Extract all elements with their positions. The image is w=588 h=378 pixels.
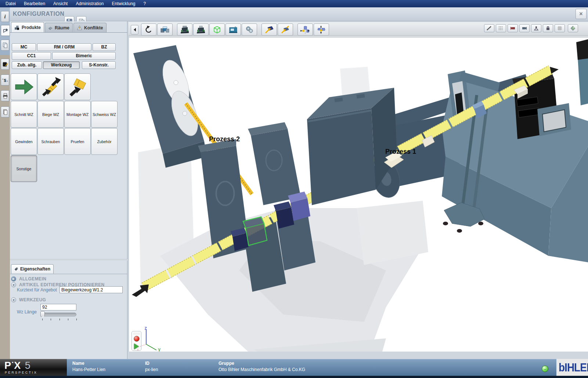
press-unit-a-button[interactable] xyxy=(177,23,192,36)
notebook-edit-button[interactable] xyxy=(1,59,9,70)
title-bar: KONFIGURATION xyxy=(0,7,588,21)
tag-icon xyxy=(14,266,18,272)
viewport-toolbar xyxy=(129,22,588,36)
tab-divider xyxy=(10,32,127,33)
menu-bearbeiten[interactable]: Bearbeiten xyxy=(21,0,48,7)
gear-assembly-icon xyxy=(245,25,254,34)
strip-feed-button[interactable] xyxy=(37,73,64,100)
camera-front-button[interactable] xyxy=(531,24,541,32)
camera-right-button[interactable] xyxy=(519,24,530,32)
tool-sonstige-button[interactable]: Sonstige xyxy=(11,155,37,182)
menu-administration[interactable]: Administration xyxy=(72,0,107,7)
pages-button[interactable] xyxy=(1,106,9,117)
tab-eigenschaften[interactable]: Eigenschaften xyxy=(11,264,54,274)
menu-help[interactable]: ? xyxy=(140,0,149,7)
configuration-diagram-button[interactable] xyxy=(1,25,10,36)
name-label: Name xyxy=(72,361,84,366)
menu-datei[interactable]: Datei xyxy=(2,0,19,7)
tool-montage-wz-button[interactable]: Montage WZ xyxy=(64,101,91,128)
panel-splitter[interactable] xyxy=(10,259,127,261)
tool-schrauben-button[interactable]: Schrauben xyxy=(37,128,64,155)
section-allgemein[interactable]: ▶ ALLGEMEIN xyxy=(11,276,46,281)
category-werkzeug-button[interactable]: Werkzeug xyxy=(43,61,80,69)
tool-pruefen-button[interactable]: Pruefen xyxy=(64,128,91,155)
product-panel: Produkte Räume Konflikte MC RM / GRM BZ … xyxy=(10,21,127,359)
pricing-button[interactable]: $ xyxy=(1,74,9,86)
category-cc1-button[interactable]: CC1 xyxy=(12,52,51,60)
tool-gewinden-button[interactable]: Gewinden xyxy=(11,128,37,155)
category-rm-grm-button[interactable]: RM / GRM xyxy=(37,43,91,51)
move-tool-light-button[interactable] xyxy=(278,23,293,36)
strip-feed-icon xyxy=(40,76,61,98)
tool-zubehoer-button[interactable]: Zubehör xyxy=(91,128,118,155)
print-button[interactable] xyxy=(1,90,9,101)
copy-document-button[interactable] xyxy=(1,40,9,51)
tool-label: Gewinden xyxy=(15,139,32,144)
dot-grid-button[interactable] xyxy=(496,24,506,32)
gruppe-value: Otto Bihler Maschinenfabrik GmbH & Co.KG xyxy=(219,367,305,372)
category-mc-button[interactable]: MC xyxy=(12,43,36,51)
transport-arrow-icon xyxy=(13,76,35,98)
category-bz-button[interactable]: BZ xyxy=(93,43,116,51)
measure-ruler-button[interactable] xyxy=(484,24,494,32)
category-s-konstr-button[interactable]: S-Konstr. xyxy=(82,61,116,69)
category-bimeric-button[interactable]: Bimeric xyxy=(52,52,116,60)
camera-top-button[interactable] xyxy=(543,24,553,32)
category-zub-allg-button[interactable]: Zub. allg. xyxy=(12,61,42,69)
section-werkzeug[interactable]: ▼ WERKZEUG xyxy=(11,297,46,302)
dot-grid-icon xyxy=(498,26,504,31)
camera-left-icon xyxy=(510,26,516,31)
wz-laenge-input[interactable] xyxy=(40,304,76,310)
camera-left-button[interactable] xyxy=(508,24,518,32)
close-button[interactable]: × xyxy=(576,9,587,19)
info-button[interactable]: i xyxy=(1,11,9,22)
diagram-arrows-icon xyxy=(2,27,9,34)
svg-text:$: $ xyxy=(4,78,6,83)
menu-ansicht[interactable]: Ansicht xyxy=(50,0,71,7)
back-arrow-icon xyxy=(133,28,137,32)
wireframe-box-button[interactable] xyxy=(209,23,225,36)
menu-bar: Datei Bearbeiten Ansicht Administration … xyxy=(0,0,588,7)
tool-biege-wz-button[interactable]: Biege WZ xyxy=(37,101,64,128)
collapse-icon: ▼ xyxy=(11,297,16,302)
strip-insert-button[interactable] xyxy=(64,73,91,100)
machine-blue-button[interactable] xyxy=(226,23,241,36)
name-value: Hans-Petter Lien xyxy=(72,367,105,372)
measure-ruler-icon xyxy=(486,26,492,31)
wz-laenge-slider-track[interactable] xyxy=(41,313,76,316)
move-tool-dark-button[interactable] xyxy=(261,23,277,36)
machine-blue-icon xyxy=(228,25,238,34)
undo-button[interactable] xyxy=(141,23,156,36)
tool-label: Montage WZ xyxy=(66,112,89,117)
kurztext-input[interactable] xyxy=(59,286,123,293)
tool-schnitt-wz-button[interactable]: Schnitt WZ xyxy=(11,101,37,128)
wireframe-box-icon xyxy=(212,25,222,34)
tab-produkte[interactable]: Produkte xyxy=(11,22,44,32)
gear-assembly-button[interactable] xyxy=(242,23,257,36)
align-vertical-button[interactable] xyxy=(314,23,329,36)
application-window: Datei Bearbeiten Ansicht Administration … xyxy=(0,0,588,378)
pixel-grid-button[interactable] xyxy=(555,24,565,32)
wz-laenge-slider-thumb[interactable] xyxy=(40,311,45,317)
wz-laenge-label: Wz Länge xyxy=(17,309,37,315)
transport-arrow-button[interactable] xyxy=(11,73,37,100)
y-axis-label: y xyxy=(158,347,160,352)
notebook-edit-icon xyxy=(2,61,8,68)
tab-konflikte[interactable]: Konflikte xyxy=(73,23,107,32)
tool-label: Biege WZ xyxy=(42,112,59,117)
press-unit-b-button[interactable] xyxy=(193,23,209,36)
collapse-panel-button[interactable] xyxy=(131,25,138,34)
menu-entwicklung[interactable]: Entwicklung xyxy=(108,0,138,7)
section-werkzeug-label: WERKZEUG xyxy=(19,297,46,302)
align-horizontal-button[interactable] xyxy=(297,23,313,36)
status-bar: P▪X 5 PERSPECTIX Name Hans-Petter Lien I… xyxy=(0,359,588,376)
copy-document-icon xyxy=(2,42,8,48)
kurztext-label: Kurztext für Angebot xyxy=(17,287,57,292)
view-modes-button[interactable] xyxy=(157,23,173,36)
viewport-3d-scene[interactable]: Prozess 2 Prozess 1 xyxy=(129,36,588,352)
tool-label: Sonstige xyxy=(17,167,32,171)
sync-status-icon[interactable]: ↔ xyxy=(542,366,548,372)
tab-raeume[interactable]: Räume xyxy=(45,23,73,32)
tool-schweiss-wz-button[interactable]: Schweiss WZ xyxy=(91,101,118,128)
diamond-button[interactable] xyxy=(568,24,578,32)
